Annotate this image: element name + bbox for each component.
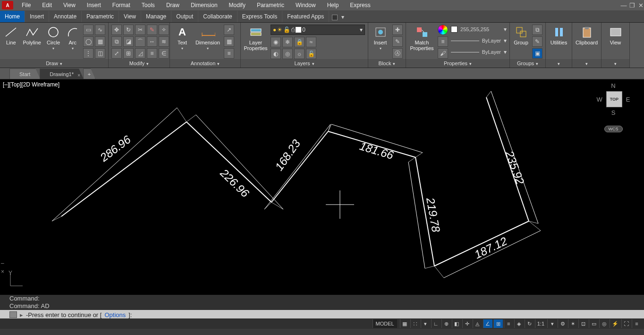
- layer-selector[interactable]: ● ☀ 🔓 ⎙ 0 ▾: [271, 25, 365, 35]
- menu-express[interactable]: Express: [344, 0, 376, 10]
- line-button[interactable]: Line: [3, 25, 19, 45]
- ribbon-tab-home[interactable]: Home: [0, 11, 25, 22]
- mtext-icon[interactable]: ≡: [224, 48, 234, 59]
- dimension-button[interactable]: Dimension▾: [195, 25, 221, 51]
- copy-icon[interactable]: ⧉: [111, 36, 122, 47]
- ribbon-tab-featured-apps[interactable]: Featured Apps: [282, 11, 329, 22]
- viewcube[interactable]: N W TOP E S WCS: [592, 82, 635, 144]
- table-icon[interactable]: ▦: [224, 36, 234, 47]
- align-icon[interactable]: ≡: [147, 48, 157, 59]
- status-lwt-icon[interactable]: ≡: [504, 319, 513, 328]
- command-line[interactable]: ▸ -Press enter to continue or [Options]:: [0, 310, 644, 319]
- move-icon[interactable]: ✥: [111, 25, 122, 35]
- status-workspace-icon[interactable]: ⊡: [578, 319, 588, 328]
- layer-properties-button[interactable]: Layer Properties: [244, 25, 268, 51]
- utilities-button[interactable]: Utilities: [549, 25, 569, 45]
- spline-icon[interactable]: ∿: [95, 25, 105, 35]
- tab-drawing1[interactable]: Drawing1*×: [40, 69, 84, 79]
- layer-iso-icon[interactable]: ◐: [271, 49, 281, 59]
- layer-freeze-icon[interactable]: ❄: [282, 37, 293, 47]
- viewcube-north[interactable]: N: [611, 82, 615, 89]
- create-block-icon[interactable]: ✚: [392, 25, 403, 35]
- panel-label-annotation[interactable]: Annotation: [170, 59, 240, 68]
- view-button[interactable]: View: [604, 25, 627, 45]
- viewcube-east[interactable]: E: [626, 96, 630, 103]
- ribbon-dropdown-icon[interactable]: ▾: [341, 14, 344, 20]
- props-list-icon[interactable]: ≡: [438, 36, 448, 47]
- group-edit-icon[interactable]: ✎: [532, 36, 542, 47]
- menu-tools[interactable]: Tools: [136, 0, 161, 10]
- layer-on-icon[interactable]: ◎: [282, 49, 293, 59]
- polyline-button[interactable]: Polyline: [22, 25, 42, 45]
- ribbon-tab-output[interactable]: Output: [171, 11, 198, 22]
- close-panel-icon[interactable]: ×: [1, 268, 4, 275]
- circle-button[interactable]: Circle▾: [45, 25, 62, 51]
- status-annoscale-dd-icon[interactable]: ▾: [547, 319, 557, 328]
- viewcube-south[interactable]: S: [611, 109, 616, 116]
- layer-match-icon[interactable]: ≈: [306, 37, 316, 47]
- status-hardware-icon[interactable]: ⚡: [610, 319, 620, 328]
- chamfer-icon[interactable]: ◿: [135, 48, 145, 59]
- fillet-icon[interactable]: ⌒: [135, 36, 145, 47]
- ribbon-tab-express-tools[interactable]: Express Tools: [237, 11, 282, 22]
- leader-icon[interactable]: ↗: [224, 25, 234, 35]
- ribbon-tab-insert[interactable]: Insert: [25, 11, 49, 22]
- panel-label-utilities[interactable]: [546, 59, 572, 68]
- menu-parametric[interactable]: Parametric: [251, 0, 290, 10]
- status-otrack-icon[interactable]: ∠: [483, 319, 492, 328]
- menu-draw[interactable]: Draw: [161, 0, 185, 10]
- panel-label-view[interactable]: [602, 59, 629, 68]
- drawing-canvas[interactable]: [–][Top][2D Wireframe] 286.96226.96168.2…: [0, 79, 644, 295]
- trim-icon[interactable]: ✂: [135, 25, 145, 35]
- panel-label-properties[interactable]: Properties: [406, 59, 509, 68]
- window-minimize-icon[interactable]: —: [620, 2, 627, 9]
- menu-dimension[interactable]: Dimension: [185, 0, 223, 10]
- ribbon-tab-annotate[interactable]: Annotate: [49, 11, 82, 22]
- status-dyninput-icon[interactable]: ⊞: [493, 319, 503, 328]
- status-transparency-icon[interactable]: ◈: [514, 319, 524, 328]
- erase-icon[interactable]: ✎: [147, 25, 157, 35]
- status-grid-icon[interactable]: ▦: [400, 319, 409, 328]
- status-cycling-icon[interactable]: ↻: [525, 319, 534, 328]
- color-selector[interactable]: 255,255,255▾: [451, 25, 507, 34]
- status-cleanscn-icon[interactable]: ⛶: [621, 319, 631, 328]
- lineweight-selector[interactable]: ByLayer▾: [451, 36, 507, 45]
- ribbon-tab-view[interactable]: View: [119, 11, 141, 22]
- scale-icon[interactable]: ⤢: [111, 48, 122, 59]
- group-select-icon[interactable]: ▣: [532, 48, 542, 59]
- status-model[interactable]: MODEL: [373, 319, 397, 328]
- menu-help[interactable]: Help: [322, 0, 345, 10]
- status-osnap-icon[interactable]: ✛: [462, 319, 472, 328]
- panel-label-draw[interactable]: Draw: [0, 59, 108, 68]
- menu-file[interactable]: File: [16, 0, 36, 10]
- group-button[interactable]: Group: [513, 25, 529, 45]
- window-restore-icon[interactable]: ❐: [629, 2, 636, 9]
- linetype-selector[interactable]: ByLayer▾: [451, 47, 507, 57]
- menu-insert[interactable]: Insert: [81, 0, 107, 10]
- status-snap-icon[interactable]: ⸬: [410, 319, 420, 328]
- panel-label-layers[interactable]: Layers: [241, 59, 368, 68]
- panel-label-clipboard[interactable]: [572, 59, 601, 68]
- window-close-icon[interactable]: ✕: [637, 2, 644, 9]
- status-polar-icon[interactable]: ⊕: [441, 319, 451, 328]
- menu-modify[interactable]: Modify: [223, 0, 251, 10]
- attribute-icon[interactable]: Ⓐ: [392, 48, 403, 59]
- status-isolate-icon[interactable]: ◎: [599, 319, 609, 328]
- panel-label-groups[interactable]: Groups: [510, 59, 545, 68]
- ungroup-icon[interactable]: ⧉: [532, 25, 542, 35]
- mirror-icon[interactable]: ◪: [123, 36, 134, 47]
- point-icon[interactable]: ⋮: [83, 48, 93, 59]
- status-annoscale[interactable]: 1:1: [535, 319, 546, 328]
- match-properties-button[interactable]: Match Properties: [409, 25, 435, 51]
- status-3dosnap-icon[interactable]: ◬: [473, 319, 482, 328]
- menu-format[interactable]: Format: [107, 0, 136, 10]
- rectangle-icon[interactable]: ▭: [83, 25, 93, 35]
- props-brush-icon[interactable]: 🖌: [438, 48, 448, 59]
- ellipse-icon[interactable]: ◯: [83, 36, 93, 47]
- panel-label-modify[interactable]: Modify: [109, 59, 169, 68]
- status-ortho-icon[interactable]: ∟: [431, 319, 441, 328]
- color-wheel-icon[interactable]: [438, 25, 448, 35]
- status-gear-icon[interactable]: ⚙: [558, 319, 567, 328]
- collapse-icon[interactable]: –: [1, 260, 4, 266]
- ribbon-tab-collaborate[interactable]: Collaborate: [198, 11, 237, 22]
